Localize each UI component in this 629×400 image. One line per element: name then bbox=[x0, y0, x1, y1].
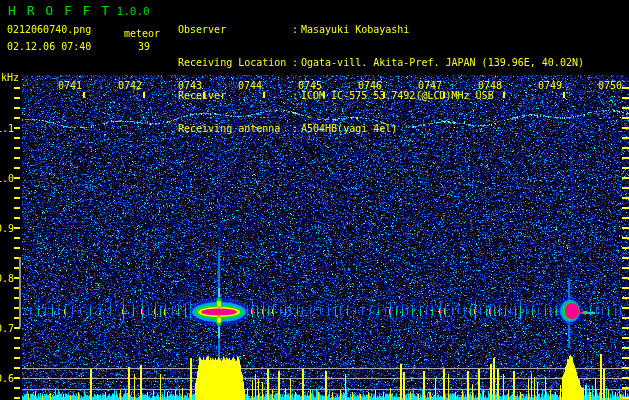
freq-tick-label: 0.7 bbox=[0, 323, 14, 334]
hrofft-window: H R O F F T1.0.0 0212060740.png meteor 0… bbox=[0, 0, 629, 400]
time-tick-label: 0750 bbox=[598, 80, 622, 91]
app-title-text: H R O F F T bbox=[8, 3, 111, 18]
info-row-receiver: Receiver:ICOM IC-575 53.7492(@LCD)MHz US… bbox=[178, 90, 584, 101]
info-label: Observer bbox=[178, 24, 292, 35]
freq-tick-label: 1.1 bbox=[0, 123, 14, 134]
info-colon: : bbox=[292, 57, 301, 68]
time-tick-label: 0746 bbox=[358, 80, 382, 91]
time-tick-label: 0744 bbox=[238, 80, 262, 91]
info-label: Receiving Location bbox=[178, 57, 292, 68]
info-label: Receiving antenna bbox=[178, 123, 292, 134]
info-value: ICOM IC-575 53.7492(@LCD)MHz USB bbox=[301, 90, 494, 101]
info-colon: : bbox=[292, 24, 301, 35]
info-value: Masayuki Kobayashi bbox=[301, 24, 409, 35]
info-value: Ogata-vill. Akita-Pref. JAPAN (139.96E, … bbox=[301, 57, 584, 68]
app-version: 1.0.0 bbox=[117, 5, 150, 18]
time-tick-label: 0745 bbox=[298, 80, 322, 91]
datetime-label: 02.12.06 07:40 bbox=[7, 41, 91, 52]
time-tick-label: 0743 bbox=[178, 80, 202, 91]
time-tick-label: 0747 bbox=[418, 80, 442, 91]
station-info: Observer:Masayuki Kobayashi Receiving Lo… bbox=[178, 2, 584, 156]
app-title: H R O F F T1.0.0 bbox=[8, 3, 150, 18]
time-tick-label: 0748 bbox=[478, 80, 502, 91]
info-row-location: Receiving Location:Ogata-vill. Akita-Pre… bbox=[178, 57, 584, 68]
output-filename: 0212060740.png bbox=[7, 24, 91, 35]
time-tick-label: 0749 bbox=[538, 80, 562, 91]
info-label: Receiver bbox=[178, 90, 292, 101]
mode-label: meteor bbox=[124, 28, 160, 39]
info-row-antenna: Receiving antenna:A504HB(yagi 4el) bbox=[178, 123, 584, 134]
time-tick-label: 0742 bbox=[118, 80, 142, 91]
freq-tick-label: 0.8 bbox=[0, 273, 14, 284]
info-colon: : bbox=[292, 90, 301, 101]
info-colon: : bbox=[292, 123, 301, 134]
freq-axis-unit: kHz bbox=[1, 72, 19, 83]
meteor-count: 39 bbox=[138, 41, 150, 52]
time-tick-label: 0741 bbox=[58, 80, 82, 91]
info-row-observer: Observer:Masayuki Kobayashi bbox=[178, 24, 584, 35]
freq-tick-label: 1.0 bbox=[0, 173, 14, 184]
freq-tick-label: 0.6 bbox=[0, 373, 14, 384]
info-value: A504HB(yagi 4el) bbox=[301, 123, 397, 134]
freq-tick-label: 0.9 bbox=[0, 223, 14, 234]
